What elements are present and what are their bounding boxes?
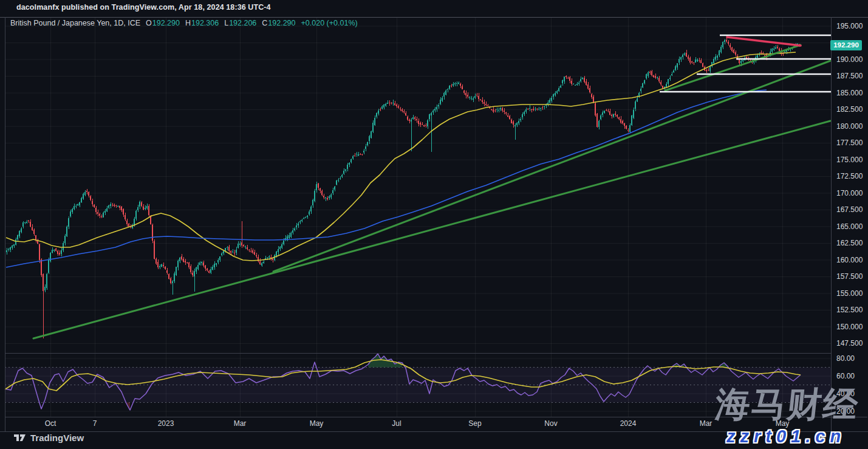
- rsi-axis-label: 60.00: [836, 372, 855, 380]
- open-label: O: [146, 19, 152, 27]
- time-axis-label: 2024: [620, 419, 637, 428]
- price-axis-label: 155.000: [836, 289, 863, 298]
- time-axis-label: Mar: [700, 419, 713, 428]
- close-value: 192.290: [268, 19, 295, 27]
- price-axis-label: 187.500: [836, 72, 863, 80]
- high-label: H: [185, 19, 191, 27]
- price-axis-label: 160.000: [836, 256, 863, 264]
- tradingview-logo-icon: [13, 433, 26, 443]
- price-axis-label: 185.000: [836, 89, 863, 97]
- tradingview-published-chart: dacolmanfx published on TradingView.com,…: [0, 0, 868, 449]
- price-axis-label: 147.500: [836, 339, 863, 348]
- last-price-badge: 192.290: [830, 40, 862, 50]
- price-axis-label: 165.000: [836, 222, 863, 231]
- price-axis-label: 172.500: [836, 172, 863, 180]
- price-axis-label: 170.000: [836, 189, 863, 197]
- tradingview-logo[interactable]: TradingView: [13, 433, 84, 443]
- price-axis-label: 190.000: [836, 55, 863, 64]
- price-axis-label: 150.000: [836, 323, 863, 331]
- high-value: 192.306: [191, 19, 219, 27]
- price-axis-label: 157.500: [836, 272, 863, 281]
- price-axis-label: 182.500: [836, 105, 863, 114]
- price-axis-label: 162.500: [836, 239, 863, 247]
- rsi-axis-label: 80.00: [836, 354, 855, 363]
- close-label: C: [262, 19, 267, 27]
- price-axis-label: 180.000: [836, 122, 863, 131]
- change-value: +0.020 (+0.01%): [301, 19, 358, 27]
- time-axis-label: Jul: [392, 419, 401, 428]
- symbol-title[interactable]: British Pound / Japanese Yen, 1D, ICE: [10, 19, 140, 27]
- time-axis-label: 2023: [158, 419, 174, 428]
- symbol-legend: British Pound / Japanese Yen, 1D, ICE O1…: [10, 19, 358, 27]
- low-value: 192.206: [229, 19, 256, 27]
- time-axis-label: Oct: [45, 419, 56, 428]
- price-axis-label: 175.000: [836, 156, 863, 164]
- price-axis-label: 152.500: [836, 306, 863, 314]
- time-axis-label: Mar: [234, 419, 247, 428]
- price-axis-label: 195.000: [836, 22, 863, 30]
- publish-info: dacolmanfx published on TradingView.com,…: [16, 3, 271, 12]
- time-axis-label: Sep: [468, 419, 481, 428]
- time-axis-label: May: [310, 419, 324, 428]
- low-label: L: [224, 19, 228, 27]
- open-value: 192.290: [152, 19, 180, 27]
- watermark-url: zzrt01.cn: [726, 427, 846, 447]
- time-axis-label: 7: [93, 419, 97, 428]
- price-axis-label: 177.500: [836, 139, 863, 147]
- time-axis-label: Nov: [544, 419, 557, 428]
- chart-canvas[interactable]: [0, 0, 868, 449]
- price-axis-label: 167.500: [836, 205, 863, 214]
- watermark-cjk: 海马财经: [714, 385, 861, 423]
- tradingview-logo-text: TradingView: [30, 433, 84, 443]
